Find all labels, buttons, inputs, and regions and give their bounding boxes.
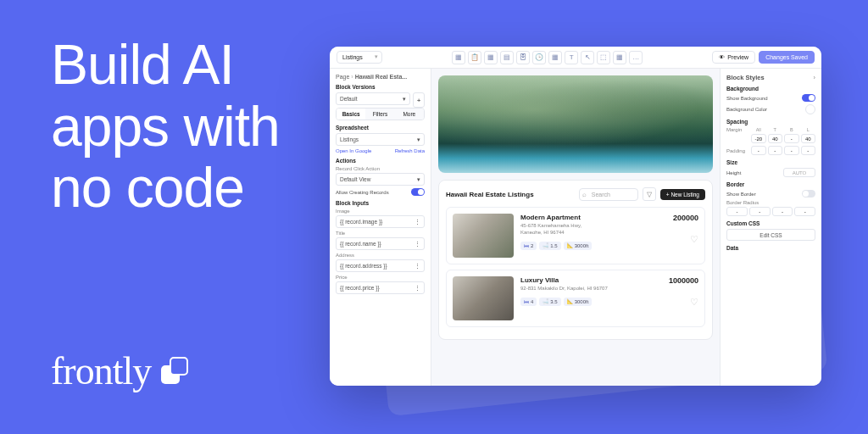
toolbar-icon[interactable]: 📋 (468, 51, 481, 64)
right-inspector: Block Styles› Background Show Background… (720, 69, 821, 386)
canvas[interactable]: Hawaii Real Estate Listings Search ▽ New… (431, 69, 720, 386)
toolbar-icon[interactable]: 🗄 (516, 51, 530, 64)
favorite-icon[interactable]: ♡ (674, 297, 698, 308)
search-input[interactable]: Search (579, 188, 638, 201)
tab-filters[interactable]: Filters (365, 108, 394, 120)
toolbar-icon[interactable]: ⬚ (597, 51, 610, 64)
address-input-label: Address (336, 253, 425, 258)
bg-color-swatch[interactable] (805, 104, 815, 114)
padding-l[interactable]: - (801, 146, 816, 155)
edit-css-button[interactable]: Edit CSS (726, 229, 815, 241)
toolbar-icon[interactable]: ↖ (581, 51, 594, 64)
block-version-select[interactable]: Default▾ (336, 92, 410, 105)
border-label: Border (726, 181, 815, 187)
baths-chip: 1.5 (539, 242, 560, 250)
image-input[interactable]: {{ record.image }}⋮ (336, 215, 425, 228)
padding-b[interactable]: - (784, 146, 799, 155)
filter-button[interactable]: ▽ (643, 187, 656, 201)
app-screenshot: Listings ▦📋▦▤🗄🕒▦T↖⬚▦… 👁Preview Changes S… (330, 47, 821, 386)
height-label: Height (726, 170, 741, 175)
listings-title: Hawaii Real Estate Listings (446, 191, 575, 198)
tab-basics[interactable]: Basics (337, 108, 365, 120)
listing-price: 200000 (673, 214, 698, 222)
radius-4[interactable]: - (794, 207, 815, 216)
show-border-toggle[interactable] (802, 190, 815, 198)
listing-card[interactable]: Modern Apartment 45-678 Kamehameha Hwy,K… (446, 207, 705, 264)
background-label: Background (726, 86, 815, 92)
padding-t[interactable]: - (768, 146, 783, 155)
toolbar-icon[interactable]: ▦ (548, 51, 562, 64)
margin-t[interactable]: 40 (768, 134, 783, 143)
left-inspector: Page›Hawaii Real Esta... Block Versions … (330, 69, 431, 386)
favorite-icon[interactable]: ♡ (678, 234, 698, 245)
block-inputs-label: Block Inputs (336, 200, 425, 206)
refresh-data-link[interactable]: Refresh Data (395, 148, 425, 153)
open-google-link[interactable]: Open In Google (336, 148, 371, 153)
listing-address: 92-831 Makakilo Dr, Kapolei, HI 96707 (520, 286, 662, 292)
spreadsheet-select[interactable]: Listings▾ (336, 133, 425, 146)
breadcrumb[interactable]: Page›Hawaii Real Esta... (336, 74, 425, 80)
brand-name: frontly (51, 348, 151, 393)
height-input[interactable]: AUTO (783, 168, 815, 177)
margin-label: Margin (726, 127, 748, 132)
toolbar-icon[interactable]: ▦ (613, 51, 626, 64)
margin-l[interactable]: 40 (801, 134, 816, 143)
listing-address: 45-678 Kamehameha Hwy,Kaneohe, HI 96744 (520, 223, 666, 236)
radius-1[interactable]: - (726, 207, 748, 216)
address-input[interactable]: {{ record.address }}⋮ (336, 259, 425, 272)
preview-button[interactable]: 👁Preview (712, 51, 755, 64)
listing-title: Luxury Villa (520, 276, 662, 284)
add-version-button[interactable]: + (413, 92, 425, 108)
topbar: Listings ▦📋▦▤🗄🕒▦T↖⬚▦… 👁Preview Changes S… (330, 47, 821, 69)
spacing-label: Spacing (726, 119, 815, 125)
beds-chip: 4 (520, 298, 537, 306)
margin-all[interactable]: -20 (751, 134, 766, 143)
brand-icon (161, 357, 190, 386)
title-input-label: Title (336, 231, 425, 236)
inspector-tabs: Basics Filters More (336, 108, 425, 120)
brand-logo: frontly (51, 348, 190, 393)
padding-label: Padding (726, 148, 748, 153)
hero-headline: Build AIapps withno code (51, 34, 280, 219)
radius-2[interactable]: - (749, 207, 771, 216)
save-status: Changes Saved (759, 51, 815, 64)
page-selector[interactable]: Listings (337, 51, 382, 64)
radius-3[interactable]: - (772, 207, 793, 216)
show-bg-toggle[interactable] (802, 94, 815, 102)
allow-create-toggle[interactable] (411, 188, 425, 196)
block-versions-label: Block Versions (336, 84, 425, 90)
show-bg-label: Show Background (726, 96, 768, 101)
toolbar-icon[interactable]: ▦ (452, 51, 465, 64)
price-input[interactable]: {{ record.price }}⋮ (336, 281, 425, 294)
price-input-label: Price (336, 275, 425, 280)
record-click-select[interactable]: Default View▾ (336, 173, 425, 186)
toolbar-icon[interactable]: T (565, 51, 578, 64)
size-chip: 3000ft (564, 242, 593, 250)
size-chip: 3000ft (564, 298, 593, 306)
tab-more[interactable]: More (395, 108, 424, 120)
block-styles-title: Block Styles (726, 74, 765, 81)
toolbar-icon[interactable]: ▦ (484, 51, 498, 64)
listing-thumb (453, 214, 514, 258)
listing-price: 1000000 (669, 276, 698, 285)
toolbar-icon[interactable]: ▤ (500, 51, 514, 64)
baths-chip: 3.5 (539, 298, 560, 306)
radius-label: Border Radius (726, 200, 815, 205)
spreadsheet-label: Spreadsheet (336, 125, 425, 131)
show-border-label: Show Border (726, 192, 756, 197)
margin-b[interactable]: - (784, 134, 799, 143)
toolbar-icon[interactable]: … (629, 51, 643, 64)
image-input-label: Image (336, 209, 425, 214)
listing-title: Modern Apartment (520, 214, 666, 221)
padding-all[interactable]: - (751, 146, 766, 155)
title-input[interactable]: {{ record.name }}⋮ (336, 237, 425, 250)
actions-label: Actions (336, 158, 425, 164)
hero-image (438, 75, 713, 173)
listing-thumb (453, 276, 514, 320)
toolbar-icon[interactable]: 🕒 (532, 51, 546, 64)
custom-css-label: Custom CSS (726, 220, 815, 226)
new-listing-button[interactable]: New Listing (660, 189, 705, 200)
listing-card[interactable]: Luxury Villa 92-831 Makakilo Dr, Kapolei… (446, 270, 705, 327)
record-click-label: Record Click Action (336, 166, 425, 171)
bg-color-label: Background Color (726, 107, 767, 112)
